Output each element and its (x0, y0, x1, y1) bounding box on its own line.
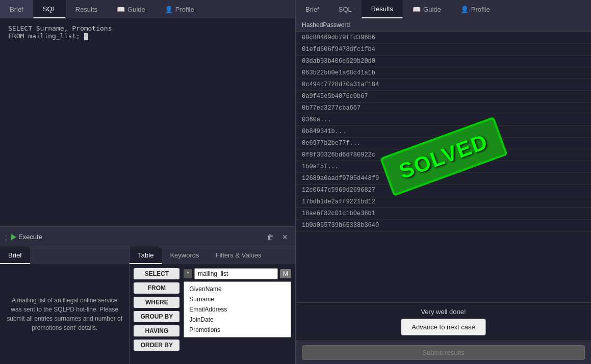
well-done-text: Very well done! (421, 308, 466, 316)
table-tab[interactable]: Table (130, 247, 162, 264)
keywords-tab[interactable]: Keywords (162, 247, 207, 264)
having-keyword-btn[interactable]: HAVING (134, 325, 179, 336)
where-keyword-btn[interactable]: WHERE (134, 297, 179, 308)
table-row: 0b849341b... (296, 126, 591, 138)
table-row: 01efd606f9478dfc1fb4 (296, 44, 591, 56)
bottom-panels: Brief A mailing list of an illegal onlin… (0, 247, 295, 364)
delete-button[interactable]: 🗑 (265, 232, 276, 242)
tab-sql-right[interactable]: SQL (329, 0, 362, 18)
right-panel: SOLVED HashedPassword 00c88469db79ffd396… (296, 18, 591, 364)
table-panel: Table Keywords Filters & Values SELECT F… (130, 247, 295, 364)
hashed-password-header: HashedPassword (296, 18, 591, 32)
book-icon-right: 📖 (413, 6, 421, 13)
tab-guide-left[interactable]: 📖 Guide (107, 0, 155, 18)
table-row: 0360a... (296, 114, 591, 126)
brief-tab-bar: Brief (0, 247, 129, 264)
table-row: 17bdb1de2aff9221bd12 (296, 196, 591, 208)
results-table: HashedPassword 00c88469db79ffd396b601efd… (296, 18, 591, 231)
table-row: 0c494c7728d70a31af184 (296, 79, 591, 91)
table-row: 0b77ed3277cba667 (296, 102, 591, 114)
tab-profile-right[interactable]: 👤 Profile (451, 0, 500, 18)
tab-results-right[interactable]: Results (362, 0, 403, 18)
select-keyword-btn[interactable]: SELECT (134, 268, 179, 279)
table-content: SELECT FROM WHERE GROUP BY HAVING ORDER … (130, 264, 295, 364)
sql-code: SELECT Surname, Promotions FROM mailing_… (8, 24, 287, 40)
keywords-column: SELECT FROM WHERE GROUP BY HAVING ORDER … (134, 268, 179, 360)
group-by-keyword-btn[interactable]: GROUP BY (134, 311, 179, 322)
tabs-row: Brief SQL Results 📖 Guide 👤 Profile Brie… (0, 0, 591, 18)
field-givenname[interactable]: GivenName (184, 284, 291, 294)
advance-area: Very well done! Advance to next case (296, 302, 591, 341)
field-emailaddress[interactable]: EmailAddress (184, 304, 291, 315)
brief-panel: Brief A mailing list of an illegal onlin… (0, 247, 130, 364)
table-row: 1b0a065739b65338b3640 (296, 220, 591, 231)
brief-content: A mailing list of an illegal online serv… (0, 264, 129, 364)
tab-results-left[interactable]: Results (66, 0, 107, 18)
table-row: 0a9f45e5b4076c0b67 (296, 91, 591, 102)
table-tab-bar: Table Keywords Filters & Values (130, 247, 295, 264)
person-icon: 👤 (165, 6, 173, 13)
from-keyword-btn[interactable]: FROM (134, 282, 179, 294)
close-button[interactable]: ✕ (280, 232, 290, 242)
table-row: 063b22bb0e1a68c41a1b (296, 67, 591, 79)
execute-button[interactable]: Execute (11, 233, 42, 241)
advance-button[interactable]: Advance to next case (401, 319, 485, 335)
table-row: 12689a0aadf9705d448f9 (296, 173, 591, 185)
table-row: 12c0647c5969d2696827 (296, 185, 591, 196)
fields-list: GivenName Surname EmailAddress JoinDate … (184, 281, 291, 337)
left-tab-section: Brief SQL Results 📖 Guide 👤 Profile (0, 0, 296, 18)
tab-brief-left[interactable]: Brief (0, 0, 33, 18)
table-row: 1b0af5f... (296, 161, 591, 173)
play-icon (11, 234, 16, 240)
brief-tab[interactable]: Brief (0, 247, 30, 264)
sql-editor[interactable]: SELECT Surname, Promotions FROM mailing_… (0, 18, 295, 226)
main-area: SELECT Surname, Promotions FROM mailing_… (0, 18, 591, 364)
tab-guide-right[interactable]: 📖 Guide (403, 0, 451, 18)
toolbar-right: 🗑 ✕ (265, 232, 290, 242)
tab-sql-left[interactable]: SQL (33, 0, 66, 18)
order-by-keyword-btn[interactable]: ORDER BY (134, 340, 179, 351)
star-button[interactable]: * (184, 269, 192, 278)
m-button[interactable]: M (280, 269, 291, 278)
field-promotions[interactable]: Promotions (184, 325, 291, 335)
table-row: 00c88469db79ffd396b6 (296, 32, 591, 44)
tab-profile-left[interactable]: 👤 Profile (155, 0, 204, 18)
tab-brief-right[interactable]: Brief (296, 0, 329, 18)
filters-values-tab[interactable]: Filters & Values (207, 247, 269, 264)
toolbar: ; Execute 🗑 ✕ (0, 226, 295, 247)
table-header: * M (184, 268, 291, 279)
table-selector: * M GivenName Surname EmailAddress JoinD… (184, 268, 291, 360)
table-row: 18ae6f82c01c1b0e36b1 (296, 208, 591, 220)
person-icon-right: 👤 (460, 6, 469, 13)
left-panel: SELECT Surname, Promotions FROM mailing_… (0, 18, 296, 364)
table-row: 0e6977b2be77f... (296, 138, 591, 149)
table-name-input[interactable] (194, 268, 278, 279)
right-tab-section: Brief SQL Results 📖 Guide 👤 Profile (296, 0, 591, 18)
semicolon-symbol: ; (5, 233, 7, 241)
field-joindate[interactable]: JoinDate (184, 315, 291, 325)
results-area: SOLVED HashedPassword 00c88469db79ffd396… (296, 18, 591, 302)
field-surname[interactable]: Surname (184, 294, 291, 304)
submit-results-button[interactable]: Submit results (302, 345, 585, 360)
table-row: 0f8f30326bd6d780922c (296, 149, 591, 161)
book-icon: 📖 (117, 6, 125, 13)
submit-area: Submit results (296, 341, 591, 364)
table-row: 03dab93b406e629b20d0 (296, 56, 591, 67)
brief-text: A mailing list of an illegal online serv… (6, 296, 123, 332)
